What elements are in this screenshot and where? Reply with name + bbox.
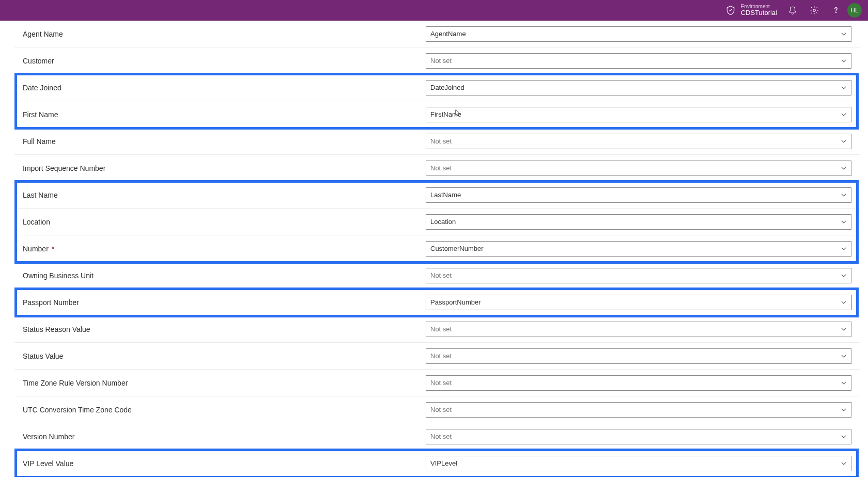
field-mapping-panel: Agent NameAgentNameCustomerNot setDate J… — [0, 21, 868, 477]
header-icon-group — [787, 5, 841, 15]
mapping-dropdown[interactable]: LastName — [426, 187, 851, 203]
chevron-down-icon — [841, 219, 847, 225]
chevron-down-icon — [841, 85, 847, 91]
field-value-cell: Not set — [426, 322, 851, 337]
field-label: Time Zone Rule Version Number — [23, 379, 426, 387]
required-indicator: * — [50, 245, 54, 253]
help-icon[interactable] — [831, 5, 841, 15]
mapping-dropdown[interactable]: Not set — [426, 429, 851, 444]
dropdown-value: FirstName — [430, 110, 461, 118]
field-label: Status Value — [23, 352, 426, 360]
field-value-cell: VIPLevel — [426, 456, 851, 471]
chevron-down-icon — [841, 111, 847, 118]
chevron-down-icon — [841, 407, 847, 413]
field-value-cell: Location — [426, 214, 851, 230]
chevron-down-icon — [841, 138, 847, 145]
mapping-dropdown[interactable]: PassportNumber — [426, 295, 851, 310]
mapping-row: Passport NumberPassportNumber — [14, 289, 860, 316]
field-label: Owning Business Unit — [23, 272, 426, 280]
mapping-row: First NameFirstName — [14, 101, 860, 128]
dropdown-value: Not set — [430, 272, 452, 279]
field-value-cell: CustomerNumber — [426, 241, 851, 257]
dropdown-value: Not set — [430, 433, 452, 440]
field-value-cell: Not set — [426, 161, 851, 176]
mapping-dropdown[interactable]: DateJoined — [426, 80, 851, 95]
dropdown-value: Not set — [430, 325, 452, 333]
mapping-dropdown[interactable]: FirstName — [426, 107, 851, 122]
mapping-dropdown[interactable]: VIPLevel — [426, 456, 851, 471]
field-value-cell: Not set — [426, 429, 851, 444]
field-label: Import Sequence Number — [23, 164, 426, 172]
dropdown-value: Not set — [430, 57, 452, 65]
mapping-dropdown[interactable]: Not set — [426, 402, 851, 418]
mapping-dropdown[interactable]: Not set — [426, 375, 851, 391]
mapping-dropdown[interactable]: Not set — [426, 348, 851, 364]
chevron-down-icon — [841, 380, 847, 386]
mapping-dropdown[interactable]: Not set — [426, 322, 851, 337]
field-value-cell: Not set — [426, 375, 851, 391]
field-value-cell: Not set — [426, 53, 851, 69]
mapping-row: Number *CustomerNumber — [14, 235, 860, 262]
mapping-row: LocationLocation — [14, 209, 860, 235]
mapping-row: Status Reason ValueNot set — [14, 316, 860, 343]
dropdown-value: Not set — [430, 406, 452, 413]
mapping-row: Agent NameAgentName — [14, 21, 860, 47]
mapping-dropdown[interactable]: AgentName — [426, 26, 851, 42]
dropdown-value: Not set — [430, 379, 452, 387]
field-label: Customer — [23, 57, 426, 65]
field-label: Last Name — [23, 191, 426, 199]
chevron-down-icon — [841, 192, 847, 198]
mapping-row: Full NameNot set — [14, 128, 860, 155]
field-label: Agent Name — [23, 30, 426, 38]
mapping-row: Last NameLastName — [14, 182, 860, 209]
dropdown-value: DateJoined — [430, 84, 464, 91]
notifications-icon[interactable] — [787, 5, 798, 15]
svg-point-1 — [835, 12, 836, 12]
dropdown-value: AgentName — [430, 30, 466, 38]
mapping-row: Owning Business UnitNot set — [14, 262, 860, 289]
field-value-cell: Not set — [426, 268, 851, 283]
chevron-down-icon — [841, 31, 847, 37]
field-value-cell: Not set — [426, 402, 851, 418]
mapping-dropdown[interactable]: Not set — [426, 134, 851, 149]
chevron-down-icon — [841, 165, 847, 171]
field-label: Status Reason Value — [23, 325, 426, 333]
field-value-cell: Not set — [426, 348, 851, 364]
chevron-down-icon — [841, 299, 847, 306]
chevron-down-icon — [841, 326, 847, 332]
field-value-cell: Not set — [426, 134, 851, 149]
settings-icon[interactable] — [809, 5, 819, 15]
mapping-dropdown[interactable]: Location — [426, 214, 851, 230]
mapping-dropdown[interactable]: CustomerNumber — [426, 241, 851, 257]
chevron-down-icon — [841, 58, 847, 64]
mapping-dropdown[interactable]: Not set — [426, 268, 851, 283]
field-value-cell: FirstName — [426, 107, 851, 122]
field-label: VIP Level Value — [23, 459, 426, 468]
field-value-cell: DateJoined — [426, 80, 851, 95]
mapping-dropdown[interactable]: Not set — [426, 161, 851, 176]
dropdown-value: Location — [430, 218, 456, 226]
field-value-cell: PassportNumber — [426, 295, 851, 310]
environment-name: CDSTutorial — [741, 9, 777, 17]
chevron-down-icon — [841, 353, 847, 359]
avatar[interactable]: HL — [847, 3, 862, 18]
dropdown-value: Not set — [430, 352, 452, 360]
dropdown-value: CustomerNumber — [430, 245, 484, 252]
chevron-down-icon — [841, 273, 847, 279]
mapping-row: Time Zone Rule Version NumberNot set — [14, 370, 860, 396]
field-label: Version Number — [23, 433, 426, 441]
environment-icon — [725, 5, 736, 15]
chevron-down-icon — [841, 434, 847, 440]
field-label: First Name — [23, 110, 426, 119]
field-label: Number * — [23, 245, 426, 253]
field-label: Full Name — [23, 137, 426, 146]
dropdown-value: VIPLevel — [430, 459, 457, 467]
dropdown-value: Not set — [430, 164, 452, 172]
mapping-row: UTC Conversion Time Zone CodeNot set — [14, 396, 860, 423]
mapping-dropdown[interactable]: Not set — [426, 53, 851, 69]
environment-selector[interactable]: Environment CDSTutorial — [725, 4, 777, 17]
mapping-row: Version NumberNot set — [14, 423, 860, 450]
mapping-row: CustomerNot set — [14, 47, 860, 74]
mapping-row: Status ValueNot set — [14, 343, 860, 370]
dropdown-value: LastName — [430, 191, 461, 199]
